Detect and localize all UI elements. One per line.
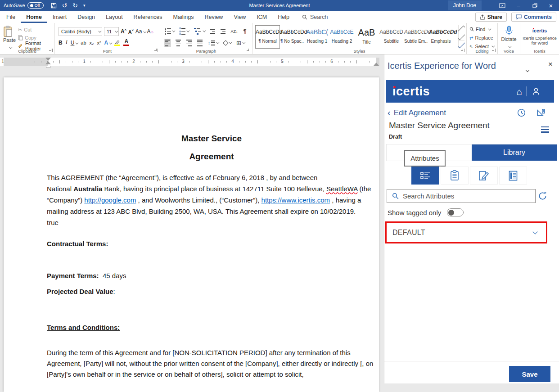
profile-icon[interactable] bbox=[532, 87, 541, 96]
italic-button[interactable]: I bbox=[66, 39, 68, 46]
show-formatting-marks-button[interactable]: ¶ bbox=[243, 27, 248, 35]
share-button[interactable]: Share bbox=[475, 13, 507, 22]
ribbon-tab[interactable]: Review bbox=[199, 11, 228, 23]
document-flag-icon[interactable] bbox=[536, 108, 545, 117]
ribbon-tab[interactable]: References bbox=[128, 11, 168, 23]
ribbon-tab[interactable]: File bbox=[1, 11, 21, 23]
clipboard-dialog-launcher[interactable] bbox=[49, 49, 53, 52]
increase-indent-button[interactable] bbox=[220, 28, 226, 34]
search-attributes-box[interactable] bbox=[387, 189, 536, 203]
paste-button[interactable]: Paste bbox=[3, 26, 16, 51]
autosave-toggle[interactable]: AutoSave Off bbox=[4, 2, 44, 9]
paragraph-dialog-launcher[interactable] bbox=[247, 49, 250, 52]
font-name-combo[interactable]: Calibri (Body) bbox=[59, 27, 102, 36]
shrink-font-button[interactable]: A˅ bbox=[128, 29, 134, 35]
right-indent-marker[interactable] bbox=[374, 63, 379, 66]
ribbon-tab[interactable]: Layout bbox=[100, 11, 128, 23]
tab-library[interactable]: Library bbox=[472, 144, 557, 161]
ribbon-tab[interactable]: Mailings bbox=[168, 11, 199, 23]
autosave-state-pill[interactable]: Off bbox=[27, 2, 44, 9]
underline-button[interactable]: U bbox=[71, 40, 78, 46]
styles-dialog-launcher[interactable] bbox=[461, 49, 464, 52]
view-clipboard-button[interactable] bbox=[441, 167, 469, 185]
ribbon-tab[interactable]: Home bbox=[21, 11, 47, 23]
style-item[interactable]: AaBbCcDd Subtle Em... bbox=[404, 25, 428, 49]
align-left-button[interactable] bbox=[164, 39, 171, 47]
save-button[interactable]: Save bbox=[509, 366, 550, 382]
align-center-button[interactable] bbox=[175, 39, 182, 47]
default-dropdown-highlighted[interactable]: DEFAULT bbox=[385, 221, 547, 243]
search-attributes-input[interactable] bbox=[403, 192, 524, 200]
strikethrough-button[interactable]: ab bbox=[81, 40, 86, 45]
change-case-button[interactable]: Aa bbox=[135, 28, 145, 35]
view-document-lines-button[interactable] bbox=[499, 167, 527, 185]
save-icon[interactable] bbox=[51, 3, 57, 9]
ribbon-display-options-icon[interactable] bbox=[494, 0, 510, 11]
restore-icon[interactable] bbox=[527, 0, 543, 11]
undo-icon[interactable]: ↺ bbox=[62, 2, 68, 9]
tell-me-search[interactable]: Search bbox=[302, 14, 328, 20]
view-attributes-list-button[interactable] bbox=[411, 167, 439, 185]
find-button[interactable]: Find bbox=[469, 25, 497, 33]
user-name[interactable]: John Doe bbox=[448, 0, 482, 10]
dictate-dropdown-icon[interactable] bbox=[508, 45, 511, 48]
font-dialog-launcher[interactable] bbox=[154, 49, 158, 52]
cut-button[interactable]: ✂ Cut bbox=[18, 26, 54, 34]
borders-button[interactable]: ⊞ bbox=[235, 39, 245, 47]
first-line-indent-marker[interactable] bbox=[45, 58, 51, 61]
home-icon[interactable]: ⌂ bbox=[516, 87, 522, 96]
task-pane-options-icon[interactable] bbox=[526, 65, 529, 73]
ribbon-tab[interactable]: Design bbox=[72, 11, 100, 23]
style-item[interactable]: AaBbC( Heading 1 bbox=[305, 25, 329, 49]
editing-dialog-launcher[interactable] bbox=[492, 49, 496, 52]
superscript-button[interactable]: x² bbox=[97, 40, 101, 45]
dictate-button[interactable]: Dictate bbox=[498, 26, 520, 50]
highlight-color-button[interactable] bbox=[114, 40, 120, 46]
hanging-indent-marker[interactable] bbox=[45, 61, 51, 64]
horizontal-ruler[interactable]: 1 123456 bbox=[0, 58, 379, 66]
qat-customize-icon[interactable]: ▾ bbox=[83, 3, 86, 8]
style-item[interactable]: AaBbCcDd ¶ No Spac... bbox=[280, 25, 305, 49]
ribbon-tab[interactable]: View bbox=[228, 11, 251, 23]
minimize-icon[interactable]: – bbox=[510, 0, 527, 11]
numbering-button[interactable] bbox=[179, 27, 189, 36]
multilevel-list-button[interactable] bbox=[193, 27, 206, 36]
task-pane-close-icon[interactable]: × bbox=[548, 60, 553, 69]
text-effects-button[interactable]: A bbox=[104, 40, 112, 46]
style-item[interactable]: AaBbCcDd Emphasis bbox=[428, 25, 453, 49]
subscript-button[interactable]: x₂ bbox=[90, 40, 94, 45]
history-clock-icon[interactable] bbox=[517, 108, 526, 117]
left-indent-marker[interactable] bbox=[46, 66, 50, 68]
google-link[interactable]: http://google.com bbox=[84, 196, 136, 204]
shading-button[interactable] bbox=[223, 40, 232, 46]
ribbon-tab[interactable]: Help bbox=[272, 11, 295, 23]
menu-hamburger-icon[interactable] bbox=[541, 126, 549, 133]
close-window-icon[interactable]: × bbox=[543, 0, 559, 11]
style-item[interactable]: AaBbCcDd ¶ Normal bbox=[255, 25, 280, 49]
bullets-button[interactable] bbox=[164, 27, 175, 36]
bold-button[interactable]: B bbox=[59, 40, 63, 46]
styles-scroll-up-icon[interactable] bbox=[459, 25, 464, 33]
style-item[interactable]: AaB Title bbox=[354, 25, 379, 49]
styles-scroll-down-icon[interactable] bbox=[459, 33, 464, 41]
icertis-link[interactable]: https://www.icertis.com bbox=[261, 196, 330, 204]
style-item[interactable]: AaBbCcE Heading 2 bbox=[329, 25, 354, 49]
grow-font-button[interactable]: A˄ bbox=[121, 28, 126, 35]
show-tagged-only-toggle[interactable] bbox=[447, 208, 464, 216]
ribbon-tab[interactable]: Insert bbox=[47, 11, 72, 23]
font-size-combo[interactable]: 11 bbox=[104, 27, 119, 36]
decrease-indent-button[interactable] bbox=[209, 28, 216, 34]
sort-button[interactable]: AZ↓ bbox=[230, 28, 239, 35]
ribbon-tab[interactable]: ICM bbox=[251, 11, 272, 23]
replace-button[interactable]: ⇄ Replace bbox=[469, 34, 497, 42]
icertis-experience-button[interactable]: icertis Icertis Experience for Word bbox=[520, 26, 559, 45]
refresh-icon[interactable] bbox=[537, 191, 548, 201]
line-spacing-button[interactable]: ↕ bbox=[207, 40, 219, 46]
comments-button[interactable]: Comments bbox=[511, 13, 556, 22]
document-page[interactable]: Master Service Agreement This AGREEMENT … bbox=[4, 77, 379, 392]
view-edit-page-button[interactable] bbox=[470, 167, 498, 185]
style-item[interactable]: AaBbCcD Subtitle bbox=[379, 25, 404, 49]
align-right-button[interactable] bbox=[185, 39, 193, 47]
back-to-edit-agreement[interactable]: ‹ Edit Agreement bbox=[388, 108, 446, 117]
attributes-tab-label[interactable]: Attributes bbox=[404, 150, 446, 167]
